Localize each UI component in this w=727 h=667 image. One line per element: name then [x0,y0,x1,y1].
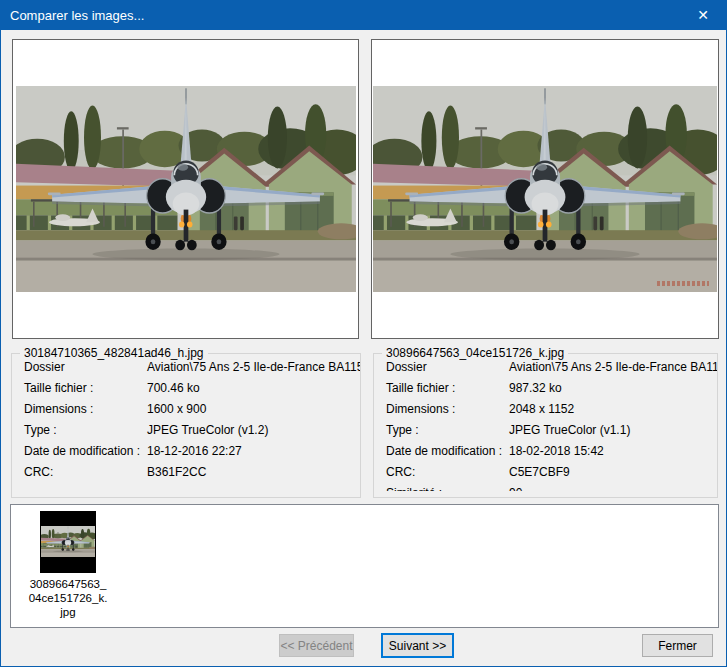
close-icon[interactable]: ✕ [680,1,726,30]
metadata-value: 1600 x 900 [147,402,206,416]
metadata-value: C5E7CBF9 [509,465,570,479]
next-button[interactable]: Suivant >> [381,633,454,658]
image-panel-left [12,39,359,339]
metadata-label: Type : [386,423,419,437]
metadata-label: Date de modification : [386,444,502,458]
thumbnail-caption: 30896647563_ 04ce151726_k. jpg [22,577,114,619]
thumbnail-list[interactable]: 30896647563_ 04ce151726_k. jpg [10,504,719,628]
metadata-value: 2048 x 1152 [509,402,574,416]
metadata-value: 18-12-2016 22:27 [147,444,242,458]
photo-right-aircraft [373,86,717,292]
metadata-row: Similarité : 90 [386,486,717,491]
photo-watermark [657,281,709,286]
metadata-label: Type : [24,423,57,437]
thumbnail-image [40,511,96,573]
metadata-label: Taille fichier : [386,381,455,395]
filename-right: 30896647563_04ce151726_k.jpg [382,346,568,360]
metadata-value: JPEG TrueColor (v1.2) [147,423,268,437]
metadata-rows-left: Dossier Aviation\75 Ans 2-5 Ile-de-Franc… [12,354,360,491]
compare-images-dialog: Comparer les images... ✕ [0,0,727,667]
photo-left-aircraft [16,86,356,292]
metadata-value: B361F2CC [147,465,206,479]
metadata-row: Dimensions : 2048 x 1152 [386,402,717,423]
metadata-row: CRC: C5E7CBF9 [386,465,717,486]
metadata-rows-right: Dossier Aviation\75 Ans 2-5 Ile-de-Franc… [374,354,717,491]
metadata-label: CRC: [24,465,53,479]
metadata-value: 18-02-2018 15:42 [509,444,604,458]
metadata-row: Dimensions : 1600 x 900 [24,402,360,423]
metadata-label: Dossier [24,360,65,374]
filename-left: 30184710365_482841ad46_h.jpg [20,346,208,360]
metadata-value: 700.46 ko [147,381,200,395]
metadata-label: Dossier [386,360,427,374]
thumbnail-item[interactable]: 30896647563_ 04ce151726_k. jpg [22,511,114,619]
window-title: Comparer les images... [1,8,144,23]
metadata-value: JPEG TrueColor (v1.1) [509,423,630,437]
metadata-row: Dossier Aviation\75 Ans 2-5 Ile-de-Franc… [386,360,717,381]
metadata-label: Dimensions : [386,402,455,416]
image-panel-right [371,39,719,339]
metadata-label: Taille fichier : [24,381,93,395]
metadata-group-right: 30896647563_04ce151726_k.jpg Dossier Avi… [373,353,718,498]
metadata-row: Date de modification : 18-12-2016 22:27 [24,444,360,465]
metadata-row: Date de modification : 18-02-2018 15:42 [386,444,717,465]
titlebar: Comparer les images... ✕ [1,1,726,30]
metadata-value: Aviation\75 Ans 2-5 Ile-de-France BA115\ [147,360,360,374]
metadata-value: 987.32 ko [509,381,562,395]
metadata-label: CRC: [386,465,415,479]
metadata-group-left: 30184710365_482841ad46_h.jpg Dossier Avi… [11,353,361,498]
metadata-label: Date de modification : [24,444,140,458]
metadata-row: Type : JPEG TrueColor (v1.2) [24,423,360,444]
metadata-row: Type : JPEG TrueColor (v1.1) [386,423,717,444]
metadata-label: Similarité : [386,486,442,491]
metadata-value: Aviation\75 Ans 2-5 Ile-de-France BA115\ [509,360,717,374]
previous-button[interactable]: << Précédent [279,634,354,657]
thumbnail-aircraft [41,526,95,557]
metadata-row: Dossier Aviation\75 Ans 2-5 Ile-de-Franc… [24,360,360,381]
metadata-label: Dimensions : [24,402,93,416]
metadata-row: Taille fichier : 987.32 ko [386,381,717,402]
metadata-value: 90 [509,486,522,491]
close-dialog-button[interactable]: Fermer [642,634,713,657]
metadata-row: Taille fichier : 700.46 ko [24,381,360,402]
metadata-row: CRC: B361F2CC [24,465,360,486]
